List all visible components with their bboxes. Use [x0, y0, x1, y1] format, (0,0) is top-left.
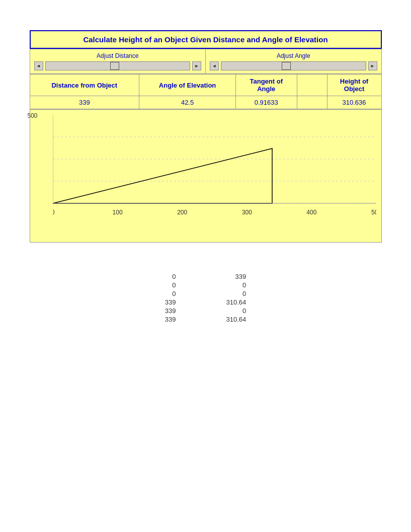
distance-slider-track[interactable] — [45, 61, 191, 70]
chart-svg: 0 100 200 300 400 0 100 200 300 400 500 … — [53, 115, 376, 225]
angle-slider-track[interactable] — [221, 61, 366, 70]
main-container: Calculate Height of an Object Given Dist… — [30, 30, 382, 323]
col-angle-header: Angle of Elevation — [139, 74, 236, 96]
data-c1-r6: 339 — [165, 316, 176, 323]
data-c2-r4: 310.64 — [226, 298, 246, 306]
data-c2-r2: 0 — [242, 281, 246, 289]
data-c1-r2: 0 — [172, 281, 176, 289]
angle-slider-thumb[interactable] — [282, 62, 291, 70]
data-c2-r1: 339 — [235, 273, 246, 280]
col-height-header: Height ofObject — [327, 74, 381, 96]
data-table: Distance from Object Angle of Elevation … — [30, 74, 382, 109]
svg-text:100: 100 — [112, 209, 122, 216]
angle-slider-row: ◄ ► — [210, 61, 377, 70]
chart-container: 0 100 200 300 400 0 100 200 300 400 500 … — [30, 109, 382, 243]
data-c2-r3: 0 — [242, 290, 246, 297]
svg-text:400: 400 — [306, 209, 316, 216]
distance-label: Adjust Distance — [34, 52, 202, 59]
data-c2-r5: 0 — [242, 307, 246, 315]
svg-text:300: 300 — [241, 209, 252, 216]
tangent-value: 0.91633 — [236, 96, 297, 109]
col-empty-header — [297, 74, 327, 96]
data-c2-r6: 310.64 — [226, 316, 246, 323]
data-section: 0 0 0 339 339 339 339 0 0 310.64 0 310.6… — [30, 273, 382, 323]
data-columns: 0 0 0 339 339 339 339 0 0 310.64 0 310.6… — [165, 273, 246, 323]
angle-label: Adjust Angle — [210, 52, 377, 59]
distance-slider-thumb[interactable] — [110, 62, 119, 70]
height-value: 310.636 — [327, 96, 381, 109]
data-col-2: 339 0 0 310.64 0 310.64 — [226, 273, 246, 323]
controls-row: Adjust Distance ◄ ► Adjust Angle ◄ ► — [30, 49, 382, 74]
data-c1-r3: 0 — [172, 290, 176, 297]
distance-control: Adjust Distance ◄ ► — [30, 49, 206, 73]
distance-right-btn[interactable]: ► — [192, 61, 201, 70]
svg-text:0: 0 — [53, 209, 55, 216]
angle-left-btn[interactable]: ◄ — [210, 61, 219, 70]
col-tangent-header: Tangent ofAngle — [236, 74, 297, 96]
data-c1-r5: 339 — [165, 307, 176, 315]
data-row: 339 42.5 0.91633 310.636 — [30, 96, 381, 109]
data-c1-r4: 339 — [165, 298, 176, 306]
data-col-1: 0 0 0 339 339 339 — [165, 273, 176, 323]
data-c1-r1: 0 — [172, 273, 176, 280]
svg-marker-15 — [53, 148, 272, 203]
distance-left-btn[interactable]: ◄ — [34, 61, 43, 70]
col-distance-header: Distance from Object — [30, 74, 139, 96]
distance-slider-row: ◄ ► — [34, 61, 202, 70]
angle-value: 42.5 — [139, 96, 236, 109]
page-title: Calculate Height of an Object Given Dist… — [30, 30, 382, 49]
svg-text:200: 200 — [177, 209, 187, 216]
empty-cell — [297, 96, 327, 109]
y-label-500: 500 — [28, 112, 38, 119]
angle-right-btn[interactable]: ► — [368, 61, 377, 70]
angle-control: Adjust Angle ◄ ► — [206, 49, 381, 73]
distance-value: 339 — [30, 96, 139, 109]
svg-text:500: 500 — [371, 209, 376, 216]
